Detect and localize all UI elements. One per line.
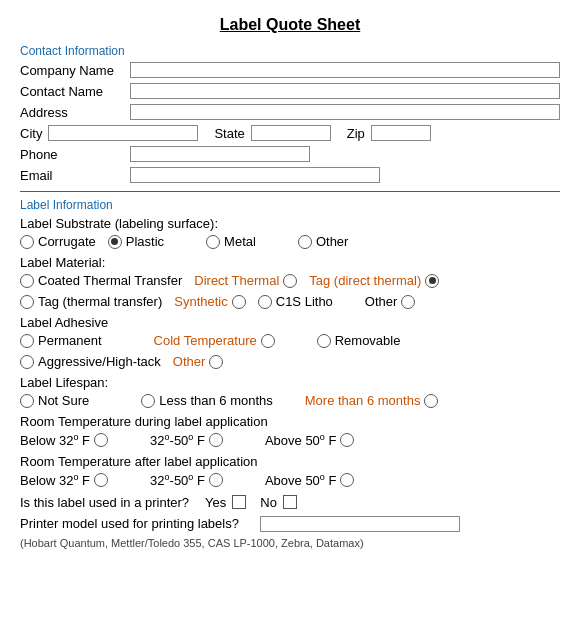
city-input[interactable] — [48, 125, 198, 141]
material-coated-thermal-radio[interactable] — [20, 274, 34, 288]
adhesive-cold-temp[interactable]: Cold Temperature — [154, 333, 275, 348]
substrate-title: Label Substrate (labeling surface): — [20, 216, 560, 231]
company-name-label: Company Name — [20, 63, 130, 78]
material-tag-transfer-radio[interactable] — [20, 295, 34, 309]
material-tag-direct-radio[interactable] — [425, 274, 439, 288]
room-temp-after-options: Below 32o F 32o-50o F Above 50o F — [20, 472, 560, 488]
page-title: Label Quote Sheet — [20, 16, 560, 34]
email-label: Email — [20, 168, 130, 183]
printer-question-label: Is this label used in a printer? — [20, 495, 189, 510]
material-direct-thermal-radio[interactable] — [283, 274, 297, 288]
apply-32-50-radio[interactable] — [209, 433, 223, 447]
address-input[interactable] — [130, 104, 560, 120]
address-label: Address — [20, 105, 130, 120]
adhesive-permanent[interactable]: Permanent — [20, 333, 102, 348]
contact-name-input[interactable] — [130, 83, 560, 99]
adhesive-removable-radio[interactable] — [317, 334, 331, 348]
adhesive-row2: Aggressive/High-tack Other — [20, 354, 560, 369]
material-tag-transfer[interactable]: Tag (thermal transfer) — [20, 294, 162, 309]
substrate-other-radio[interactable] — [298, 235, 312, 249]
material-other[interactable]: Other — [365, 294, 416, 309]
substrate-plastic[interactable]: Plastic — [108, 234, 164, 249]
substrate-other[interactable]: Other — [298, 234, 349, 249]
lifespan-less-6mo[interactable]: Less than 6 months — [141, 393, 272, 408]
lifespan-more-6mo-radio[interactable] — [424, 394, 438, 408]
material-other-radio[interactable] — [401, 295, 415, 309]
material-synthetic-radio[interactable] — [232, 295, 246, 309]
adhesive-aggressive-radio[interactable] — [20, 355, 34, 369]
email-input[interactable] — [130, 167, 380, 183]
substrate-metal-radio[interactable] — [206, 235, 220, 249]
material-tag-direct[interactable]: Tag (direct thermal) — [309, 273, 439, 288]
adhesive-aggressive[interactable]: Aggressive/High-tack — [20, 354, 161, 369]
after-32-50-radio[interactable] — [209, 473, 223, 487]
lifespan-title: Label Lifespan: — [20, 375, 560, 390]
substrate-options: Corrugate Plastic Metal Other — [20, 234, 560, 249]
material-row1: Coated Thermal Transfer Direct Thermal T… — [20, 273, 560, 288]
lifespan-not-sure-radio[interactable] — [20, 394, 34, 408]
apply-above50[interactable]: Above 50o F — [265, 432, 355, 448]
apply-below32-radio[interactable] — [94, 433, 108, 447]
label-section-title: Label Information — [20, 198, 560, 212]
city-label: City — [20, 126, 42, 141]
lifespan-options: Not Sure Less than 6 months More than 6 … — [20, 393, 560, 408]
zip-label: Zip — [347, 126, 365, 141]
after-above50-radio[interactable] — [340, 473, 354, 487]
lifespan-less-6mo-radio[interactable] — [141, 394, 155, 408]
material-direct-thermal[interactable]: Direct Thermal — [194, 273, 297, 288]
after-32-50[interactable]: 32o-50o F — [150, 472, 223, 488]
adhesive-cold-temp-radio[interactable] — [261, 334, 275, 348]
room-temp-apply-title: Room Temperature during label applicatio… — [20, 414, 560, 429]
material-title: Label Material: — [20, 255, 560, 270]
adhesive-other-radio[interactable] — [209, 355, 223, 369]
state-label: State — [214, 126, 244, 141]
room-temp-apply-options: Below 32o F 32o-50o F Above 50o F — [20, 432, 560, 448]
contact-name-label: Contact Name — [20, 84, 130, 99]
no-label: No — [260, 495, 277, 510]
apply-32-50[interactable]: 32o-50o F — [150, 432, 223, 448]
room-temp-after-title: Room Temperature after label application — [20, 454, 560, 469]
after-above50[interactable]: Above 50o F — [265, 472, 355, 488]
no-checkbox[interactable] — [283, 495, 297, 509]
state-input[interactable] — [251, 125, 331, 141]
substrate-corrugate-radio[interactable] — [20, 235, 34, 249]
apply-above50-radio[interactable] — [340, 433, 354, 447]
apply-below32[interactable]: Below 32o F — [20, 432, 108, 448]
contact-section-title: Contact Information — [20, 44, 560, 58]
phone-label: Phone — [20, 147, 130, 162]
adhesive-title: Label Adhesive — [20, 315, 560, 330]
company-name-input[interactable] — [130, 62, 560, 78]
substrate-plastic-radio[interactable] — [108, 235, 122, 249]
substrate-metal[interactable]: Metal — [206, 234, 256, 249]
printer-model-input[interactable] — [260, 516, 460, 532]
substrate-corrugate[interactable]: Corrugate — [20, 234, 96, 249]
after-below32[interactable]: Below 32o F — [20, 472, 108, 488]
printer-model-label: Printer model used for printing labels? — [20, 516, 260, 531]
adhesive-removable[interactable]: Removable — [317, 333, 401, 348]
yes-label: Yes — [205, 495, 226, 510]
material-c1s-litho[interactable]: C1S Litho — [258, 294, 333, 309]
zip-input[interactable] — [371, 125, 431, 141]
phone-input[interactable] — [130, 146, 310, 162]
after-below32-radio[interactable] — [94, 473, 108, 487]
material-synthetic[interactable]: Synthetic — [174, 294, 245, 309]
material-c1s-litho-radio[interactable] — [258, 295, 272, 309]
lifespan-more-6mo[interactable]: More than 6 months — [305, 393, 439, 408]
adhesive-row1: Permanent Cold Temperature Removable — [20, 333, 560, 348]
material-row2: Tag (thermal transfer) Synthetic C1S Lit… — [20, 294, 560, 309]
lifespan-not-sure[interactable]: Not Sure — [20, 393, 89, 408]
material-coated-thermal[interactable]: Coated Thermal Transfer — [20, 273, 182, 288]
yes-checkbox[interactable] — [232, 495, 246, 509]
adhesive-other[interactable]: Other — [173, 354, 224, 369]
adhesive-permanent-radio[interactable] — [20, 334, 34, 348]
printer-note: (Hobart Quantum, Mettler/Toledo 355, CAS… — [20, 537, 560, 549]
